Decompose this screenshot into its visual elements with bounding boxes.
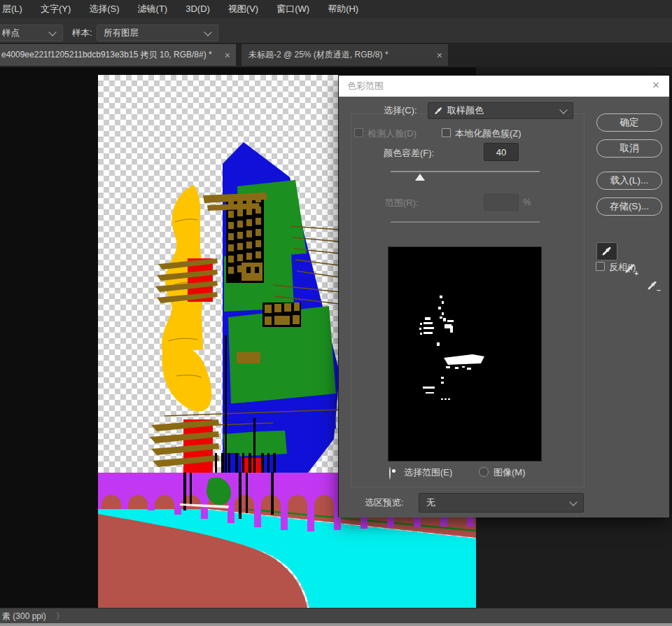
menu-item-view[interactable]: 视图(V)	[219, 0, 267, 18]
status-chevron-icon[interactable]: 〉	[56, 611, 64, 622]
detect-faces-checkbox[interactable]	[354, 128, 363, 137]
tab-title: 未标题-2 @ 25% (材质通道, RGB/8) *	[241, 49, 433, 61]
menu-item-filter[interactable]: 滤镜(T)	[129, 0, 177, 18]
range-input	[484, 194, 519, 211]
cancel-label: 取消	[620, 142, 639, 155]
localized-clusters-checkbox[interactable]	[442, 128, 451, 137]
document-tab-2[interactable]: 未标题-2 @ 25% (材质通道, RGB/8) * ×	[241, 44, 448, 66]
options-bar: 样点 样本: 所有图层	[0, 18, 672, 43]
localized-clusters-label: 本地化颜色簇(Z)	[455, 127, 522, 140]
menu-item-help[interactable]: 帮助(H)	[318, 0, 368, 18]
cancel-button[interactable]: 取消	[596, 139, 662, 158]
sample-label: 样本:	[72, 27, 92, 39]
select-value: 取样颜色	[447, 104, 484, 117]
load-label: 载入(L)...	[610, 174, 649, 187]
range-label: 范围(R):	[385, 197, 419, 209]
color-range-dialog: 色彩范围 × 选择(C): 取样颜色 检测人脸(D) 本地化颜色簇(Z) 颜色容…	[338, 75, 670, 517]
bottom-strip	[0, 623, 672, 626]
fuzziness-slider-thumb[interactable]	[415, 174, 425, 181]
fuzziness-value: 40	[496, 147, 506, 158]
menu-item-select[interactable]: 选择(S)	[80, 0, 128, 18]
menu-item-type[interactable]: 文字(Y)	[31, 0, 80, 18]
range-unit: %	[523, 197, 531, 207]
sample-size-dropdown[interactable]: 样点	[0, 25, 63, 41]
close-icon[interactable]: ×	[225, 50, 230, 61]
close-icon[interactable]: ×	[652, 78, 659, 92]
menu-bar: 层(L) 文字(Y) 选择(S) 滤镜(T) 3D(D) 视图(V) 窗口(W)…	[0, 0, 672, 19]
sample-size-value: 样点	[0, 27, 20, 39]
save-button[interactable]: 存储(S)...	[596, 197, 662, 216]
eyedropper-icon	[434, 106, 443, 116]
invert-label: 反相(I)	[609, 261, 636, 274]
save-label: 存储(S)...	[610, 200, 649, 213]
document-info: 素 (300 ppi)	[2, 611, 46, 622]
status-bar: 素 (300 ppi) 〉	[0, 608, 672, 624]
sample-layers-dropdown[interactable]: 所有图层	[97, 25, 218, 41]
sample-layers-value: 所有图层	[97, 27, 139, 39]
fuzziness-label: 颜色容差(F):	[384, 147, 434, 160]
eyedropper-subtract-button[interactable]: −	[643, 277, 662, 294]
selection-preview-label: 选区预览:	[365, 496, 404, 509]
preview-selection-label: 选择范围(E)	[404, 466, 452, 479]
invert-checkbox[interactable]	[596, 262, 605, 271]
menu-item-window[interactable]: 窗口(W)	[267, 0, 318, 18]
fuzziness-input[interactable]: 40	[484, 143, 519, 161]
chevron-down-icon	[48, 28, 56, 36]
ok-button[interactable]: 确定	[596, 113, 662, 132]
chevron-down-icon	[204, 28, 211, 36]
preview-selection-radio[interactable]	[389, 466, 391, 480]
ok-label: 确定	[620, 116, 639, 129]
load-button[interactable]: 载入(L)...	[596, 172, 662, 190]
select-label: 选择(C):	[381, 104, 420, 117]
close-icon[interactable]: ×	[437, 50, 442, 61]
preview-image-radio[interactable]	[479, 467, 489, 477]
detect-faces-label: 检测人脸(D)	[368, 127, 416, 140]
chevron-down-icon	[569, 498, 577, 506]
preview-thumbnail	[388, 246, 542, 461]
dialog-titlebar[interactable]: 色彩范围 ×	[339, 76, 669, 97]
document-tab-1[interactable]: e4009ee221f1205211bdcb913e3b15 拷贝 10, RG…	[0, 44, 236, 66]
range-slider-track	[391, 221, 540, 223]
eyedropper-icon	[601, 246, 612, 257]
fuzziness-slider-track[interactable]	[391, 171, 540, 172]
document-tab-bar: e4009ee221f1205211bdcb913e3b15 拷贝 10, RG…	[0, 43, 672, 69]
menu-item-3d[interactable]: 3D(D)	[176, 0, 219, 18]
dialog-title: 色彩范围	[347, 80, 384, 92]
select-dropdown[interactable]: 取样颜色	[428, 102, 573, 119]
chevron-down-icon	[559, 106, 567, 113]
selection-preview-value: 无	[426, 496, 435, 509]
eyedropper-sample-button[interactable]	[596, 242, 617, 260]
menu-item-layer[interactable]: 层(L)	[0, 0, 31, 18]
dialog-body: 选择(C): 取样颜色 检测人脸(D) 本地化颜色簇(Z) 颜色容差(F): 4…	[339, 97, 669, 517]
preview-image-label: 图像(M)	[493, 466, 526, 479]
selection-preview-dropdown[interactable]: 无	[419, 493, 584, 513]
tab-title: e4009ee221f1205211bdcb913e3b15 拷贝 10, RG…	[0, 49, 220, 61]
